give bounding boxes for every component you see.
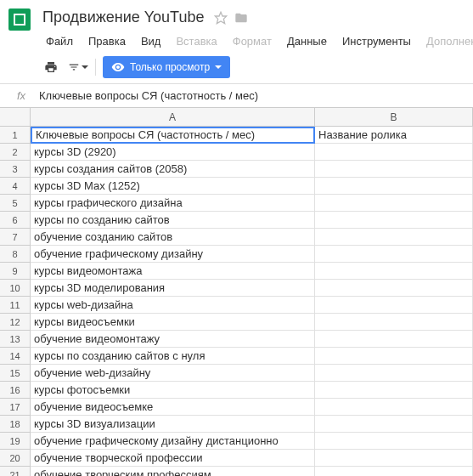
table-cell[interactable]: обучение web-дизайну <box>31 365 315 382</box>
table-cell[interactable]: курсы 3D моделирования <box>31 280 315 297</box>
menu-view[interactable]: Вид <box>134 31 168 51</box>
row-header[interactable]: 13 <box>0 331 31 348</box>
row-header[interactable]: 10 <box>0 280 31 297</box>
table-cell[interactable] <box>315 331 473 348</box>
table-cell[interactable] <box>315 161 473 178</box>
table-cell[interactable] <box>315 263 473 280</box>
table-cell[interactable]: обучение видеосъемке <box>31 399 315 416</box>
table-cell[interactable]: курсы 3D Max (1252) <box>31 178 315 195</box>
menu-data[interactable]: Данные <box>280 31 334 51</box>
menu-format[interactable]: Формат <box>226 31 279 51</box>
table-cell[interactable]: обучение творческой профессии <box>31 450 315 467</box>
view-only-label: Только просмотр <box>130 61 210 73</box>
filter-icon[interactable] <box>68 57 88 77</box>
print-icon[interactable] <box>41 57 61 77</box>
row-header[interactable]: 6 <box>0 212 31 229</box>
table-cell[interactable]: обучение видеомонтажу <box>31 331 315 348</box>
menu-file[interactable]: Файл <box>39 31 80 51</box>
fx-value[interactable]: Ключевые вопросы СЯ (частотность / мес) <box>34 89 258 102</box>
row-header[interactable]: 12 <box>0 314 31 331</box>
table-cell[interactable]: курсы создания сайтов (2058) <box>31 161 315 178</box>
row-header[interactable]: 1 <box>0 127 31 144</box>
table-cell[interactable] <box>315 348 473 365</box>
table-cell[interactable] <box>315 297 473 314</box>
table-cell[interactable] <box>315 212 473 229</box>
table-cell[interactable] <box>315 467 473 476</box>
folder-icon[interactable] <box>234 11 248 25</box>
table-cell[interactable]: курсы фотосъемки <box>31 382 315 399</box>
table-cell[interactable]: курсы 3D (2920) <box>31 144 315 161</box>
table-cell[interactable]: обучение графическому дизайну дистанцион… <box>31 433 315 450</box>
table-cell[interactable] <box>315 246 473 263</box>
table-cell[interactable] <box>315 365 473 382</box>
row-header[interactable]: 9 <box>0 263 31 280</box>
table-cell[interactable]: курсы видеосъемки <box>31 314 315 331</box>
table-cell[interactable]: курсы по созданию сайтов <box>31 212 315 229</box>
spreadsheet-grid[interactable]: A B 1 Ключевые вопросы СЯ (частотность /… <box>0 108 473 476</box>
table-cell[interactable] <box>315 144 473 161</box>
row-header[interactable]: 14 <box>0 348 31 365</box>
row-header[interactable]: 3 <box>0 161 31 178</box>
table-cell[interactable] <box>315 178 473 195</box>
menu-addons[interactable]: Дополнения <box>420 31 473 51</box>
table-cell[interactable]: обучение творческим профессиям <box>31 467 315 476</box>
row-header[interactable]: 19 <box>0 433 31 450</box>
table-cell[interactable] <box>315 229 473 246</box>
table-cell[interactable] <box>315 280 473 297</box>
row-header[interactable]: 16 <box>0 382 31 399</box>
menu-bar: Файл Правка Вид Вставка Формат Данные Ин… <box>39 31 473 51</box>
select-all-corner[interactable] <box>0 108 31 127</box>
row-header[interactable]: 8 <box>0 246 31 263</box>
row-header[interactable]: 4 <box>0 178 31 195</box>
col-header-a[interactable]: A <box>31 108 315 127</box>
view-only-button[interactable]: Только просмотр <box>103 56 230 78</box>
table-cell[interactable] <box>315 450 473 467</box>
table-cell[interactable]: курсы web-дизайна <box>31 297 315 314</box>
row-header[interactable]: 2 <box>0 144 31 161</box>
row-header[interactable]: 5 <box>0 195 31 212</box>
row-header[interactable]: 21 <box>0 467 31 476</box>
row-header[interactable]: 15 <box>0 365 31 382</box>
table-cell[interactable] <box>315 416 473 433</box>
row-header[interactable]: 20 <box>0 450 31 467</box>
table-cell[interactable] <box>315 382 473 399</box>
table-cell[interactable] <box>315 399 473 416</box>
menu-insert[interactable]: Вставка <box>169 31 223 51</box>
doc-title[interactable]: Продвижение YouTube <box>39 7 207 28</box>
fx-label: fx <box>8 89 34 102</box>
table-cell[interactable]: курсы графического дизайна <box>31 195 315 212</box>
row-header[interactable]: 11 <box>0 297 31 314</box>
sheets-logo <box>8 8 31 31</box>
cell-b1[interactable]: Название ролика <box>315 127 473 144</box>
menu-edit[interactable]: Правка <box>82 31 132 51</box>
table-cell[interactable] <box>315 314 473 331</box>
star-icon[interactable] <box>214 11 228 25</box>
table-cell[interactable]: обучение созданию сайтов <box>31 229 315 246</box>
table-cell[interactable] <box>315 195 473 212</box>
table-cell[interactable]: обучение графическому дизайну <box>31 246 315 263</box>
col-header-b[interactable]: B <box>315 108 473 127</box>
table-cell[interactable]: курсы по созданию сайтов с нуля <box>31 348 315 365</box>
row-header[interactable]: 17 <box>0 399 31 416</box>
row-header[interactable]: 18 <box>0 416 31 433</box>
table-cell[interactable]: курсы видеомонтажа <box>31 263 315 280</box>
svg-marker-0 <box>216 12 227 23</box>
row-header[interactable]: 7 <box>0 229 31 246</box>
menu-tools[interactable]: Инструменты <box>335 31 418 51</box>
table-cell[interactable] <box>315 433 473 450</box>
table-cell[interactable]: курсы 3D визуализации <box>31 416 315 433</box>
cell-a1[interactable]: Ключевые вопросы СЯ (частотность / мес) <box>31 127 315 144</box>
